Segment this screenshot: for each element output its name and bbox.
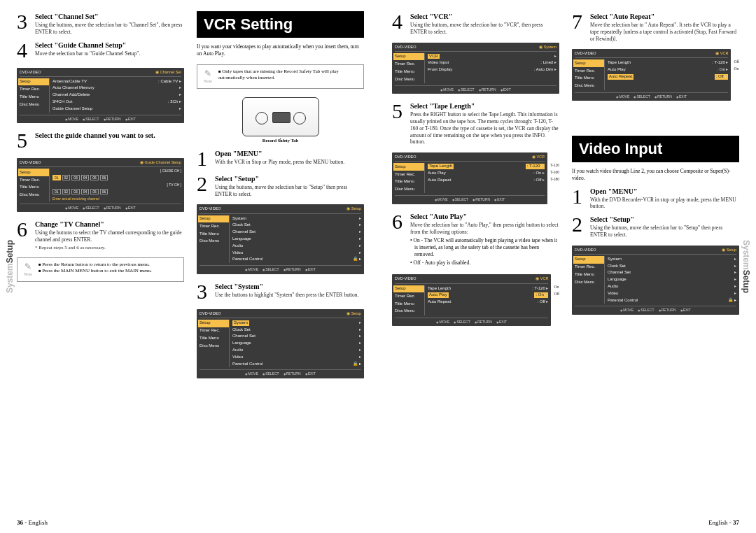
page36-col2: VCR Setting If you want your videotapes … xyxy=(197,11,364,523)
note-return-mainmenu: ✎Note Press the Return button to return … xyxy=(17,257,184,282)
step-desc: Using the buttons, move the selection ba… xyxy=(215,184,364,198)
cassette-illustration: ↑ xyxy=(242,97,319,136)
step-desc: Using the buttons, move the selection ba… xyxy=(35,22,184,36)
page-number-left: 36 - English xyxy=(17,519,48,526)
osd-vcr-auto-play: DVD-VIDEO◉ VCR SetupTimer Rec.Title Menu… xyxy=(392,274,551,326)
step-number: 6 xyxy=(392,211,410,268)
step-4-guide-channel-setup: 4 Select "Guide Channel Setup" Move the … xyxy=(17,40,184,61)
step-2-select-setup-vi: 2 Select "Setup" Using the buttons, move… xyxy=(572,214,739,239)
step-2-select-setup: 2 Select "Setup" Using the buttons, move… xyxy=(197,173,364,198)
step-number: 3 xyxy=(17,11,35,36)
step-6-auto-play: 6 Select "Auto Play" Move the selection … xyxy=(392,211,559,268)
step-title: Select "Setup" xyxy=(215,175,364,183)
section-video-input: Video Input xyxy=(572,136,739,162)
step-desc: Using the buttons, move the selection ba… xyxy=(590,225,739,239)
osd-vcr-auto-repeat: DVD-VIDEO◉ VCR SetupTimer Rec.Title Menu… xyxy=(572,49,731,101)
osd-setup-menu-3: DVD-VIDEO◉ Setup SetupTimer Rec.Title Me… xyxy=(572,246,739,315)
step-sub: * Repeat steps 5 and 6 as necessary. xyxy=(35,245,184,250)
step-5-select-guide-channel: 5 Select the guide channel you want to s… xyxy=(17,130,184,151)
osd-setup-menu-1: DVD-VIDEO◉ Setup SetupTimer Rec.Title Me… xyxy=(197,204,364,273)
video-input-intro: If you watch video through Line 2, you c… xyxy=(572,168,739,182)
step-desc: Use the buttons to highlight "System" th… xyxy=(215,292,364,299)
step-title: Select "Auto Play" xyxy=(410,213,559,220)
note-icon: ✎Note xyxy=(202,69,214,85)
osd-vcr-tape-length: DVD-VIDEO◉ VCR SetupTimer Rec.Title Menu… xyxy=(392,152,547,204)
step-desc: With the DVD Recorder-VCR in stop or pla… xyxy=(590,197,739,211)
step-desc: Move the selection bar to "Guide Channel… xyxy=(35,50,184,57)
osd-system-menu: DVD-VIDEO◉ System SetupTimer Rec.Title M… xyxy=(392,43,559,94)
step-title: Open "MENU" xyxy=(215,150,364,157)
bullet-off: Off - Auto play is disabled. xyxy=(410,260,559,266)
step-number: 2 xyxy=(197,173,215,198)
step-desc: Press the RIGHT button to select the Tap… xyxy=(410,111,559,145)
side-tab-right: SystemSetup xyxy=(741,240,751,293)
note-item: Press the MAIN MENU button to exit the M… xyxy=(38,268,152,274)
step-desc: Using the buttons to select the TV chann… xyxy=(35,229,184,243)
step-number: 5 xyxy=(392,101,410,145)
osd-guide-channel-setup: DVD-VIDEO◉ Guide Channel Setup Setup Tim… xyxy=(17,158,184,212)
page-number-right: English - 37 xyxy=(708,519,739,526)
step-number: 1 xyxy=(572,186,590,211)
step-1-open-menu: 1 Open "MENU" With the VCR in Stop or Pl… xyxy=(197,148,364,169)
step-7-auto-repeat: 7 Select "Auto Repeat" Move the selectio… xyxy=(572,11,739,42)
bullet-on: On - The VCR will automatically begin pl… xyxy=(410,237,559,257)
osd-channel-set: DVD-VIDEO◉ Channel Set Setup Timer Rec. … xyxy=(17,68,184,124)
note-icon: ✎Note xyxy=(22,262,34,278)
page-37: SystemSetup 4 Select "VCR" Using the but… xyxy=(378,0,756,533)
step-6-change-tv-channel: 6 Change "TV Channel" Using the buttons … xyxy=(17,219,184,250)
step-desc: With the VCR in Stop or Play mode, press… xyxy=(215,159,364,166)
step-title: Select "VCR" xyxy=(410,13,559,20)
step-3-select-system: 3 Select "System" Use the buttons to hig… xyxy=(197,281,364,302)
page-36: SystemSetup 3 Select "Channel Set" Using… xyxy=(0,0,378,533)
step-title: Select "Auto Repeat" xyxy=(590,13,739,20)
step-desc: Move the selection bar to " Auto Repeat"… xyxy=(590,22,739,42)
page37-col1: 4 Select "VCR" Using the buttons, move t… xyxy=(392,11,559,523)
vcr-intro: If you want your videotapes to play auto… xyxy=(197,43,364,57)
auto-play-options: OnOff xyxy=(554,271,559,298)
note-safety-tab: ✎Note Only tapes that are missing the Re… xyxy=(197,64,364,89)
step-3-channel-set: 3 Select "Channel Set" Using the buttons… xyxy=(17,11,184,36)
step-1-open-menu-vi: 1 Open "MENU" With the DVD Recorder-VCR … xyxy=(572,186,739,211)
step-desc: Using the buttons, move the selection ba… xyxy=(410,22,559,36)
step-4-select-vcr: 4 Select "VCR" Using the buttons, move t… xyxy=(392,11,559,36)
step-title: Change "TV Channel" xyxy=(35,220,184,228)
step-number: 5 xyxy=(17,130,35,151)
step-number: 4 xyxy=(392,11,410,36)
step-number: 6 xyxy=(17,219,35,250)
step-number: 7 xyxy=(572,11,590,42)
step-title: Select "Setup" xyxy=(590,215,739,223)
step-desc: Move the selection bar to "Auto Play," t… xyxy=(410,222,559,236)
step-title: Select "Tape Length" xyxy=(410,102,559,110)
side-tab-left: SystemSetup xyxy=(5,240,15,293)
step-number: 1 xyxy=(197,148,215,169)
auto-repeat-options: OffOn xyxy=(734,46,739,73)
note-item: Press the Return button to return to the… xyxy=(38,262,152,268)
page36-col1: 3 Select "Channel Set" Using the buttons… xyxy=(17,11,184,523)
step-number: 4 xyxy=(17,40,35,61)
step-title: Select "Channel Set" xyxy=(35,13,184,20)
step-title: Open "MENU" xyxy=(590,187,739,195)
tape-length-options: T-120T-160T-180 xyxy=(550,150,559,183)
page37-col2: 7 Select "Auto Repeat" Move the selectio… xyxy=(572,11,739,523)
step-title: Select "Guide Channel Setup" xyxy=(35,41,184,49)
osd-setup-menu-2: DVD-VIDEO◉ Setup SetupTimer Rec.Title Me… xyxy=(197,309,364,378)
step-5-tape-length: 5 Select "Tape Length" Press the RIGHT b… xyxy=(392,101,559,145)
section-vcr-setting: VCR Setting xyxy=(197,11,364,38)
step-title: Select the guide channel you want to set… xyxy=(35,132,184,139)
note-item: Only tapes that are missing the Record S… xyxy=(218,69,359,81)
step-number: 3 xyxy=(197,281,215,302)
step-title: Select "System" xyxy=(215,283,364,290)
step-number: 2 xyxy=(572,214,590,239)
